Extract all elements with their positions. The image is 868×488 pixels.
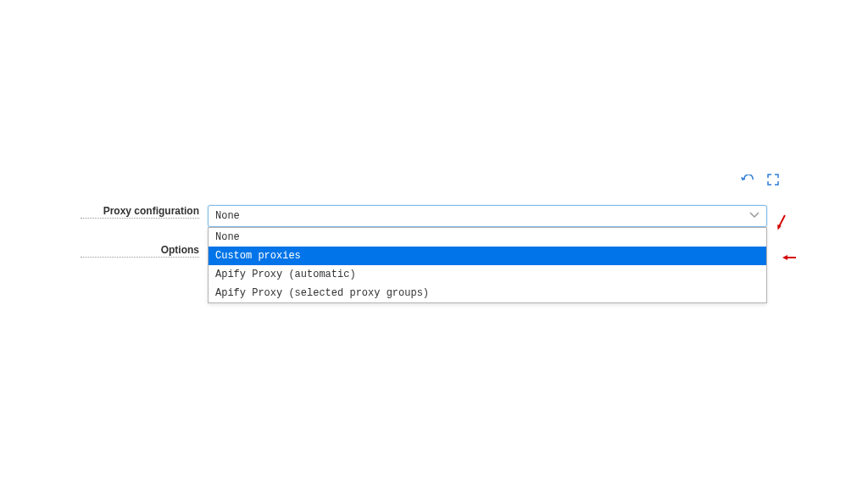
dropdown-option[interactable]: None: [209, 228, 766, 247]
dropdown-option[interactable]: Apify Proxy (selected proxy groups): [209, 284, 766, 302]
proxy-config-dropdown: NoneCustom proxiesApify Proxy (automatic…: [208, 227, 767, 303]
dropdown-option[interactable]: Apify Proxy (automatic): [209, 265, 766, 284]
expand-icon[interactable]: [767, 174, 779, 188]
proxy-config-field: None NoneCustom proxiesApify Proxy (auto…: [208, 205, 793, 227]
proxy-config-select[interactable]: None: [208, 205, 767, 227]
form-container: Proxy configuration None NoneCustom prox…: [81, 205, 793, 274]
options-label: Options: [81, 244, 199, 258]
proxy-config-selected-value: None: [215, 210, 240, 222]
chevron-down-icon: [749, 210, 760, 222]
proxy-config-label: Proxy configuration: [81, 205, 199, 219]
dropdown-option[interactable]: Custom proxies: [209, 247, 766, 265]
undo-icon[interactable]: [741, 174, 754, 188]
top-icon-bar: [741, 174, 779, 188]
proxy-config-row: Proxy configuration None NoneCustom prox…: [81, 205, 793, 227]
